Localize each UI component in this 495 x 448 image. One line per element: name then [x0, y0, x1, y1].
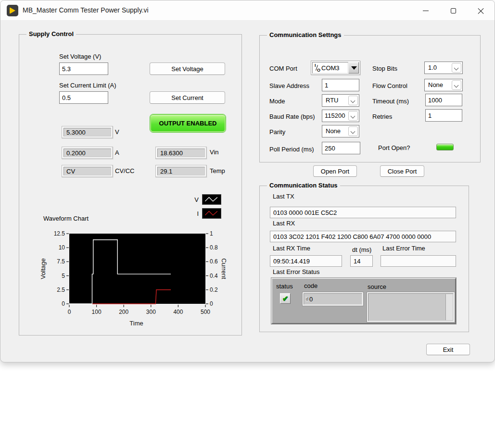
- maximize-button[interactable]: [442, 1, 464, 20]
- baud-rate-dropdown[interactable]: 115200: [322, 110, 359, 122]
- error-code-field[interactable]: d 0: [302, 292, 364, 306]
- mode-label: Mode: [269, 98, 285, 105]
- legend-current-swatch[interactable]: [202, 208, 221, 219]
- error-code-label: code: [304, 282, 317, 289]
- cv-cc-mode-indicator: CV: [62, 165, 113, 177]
- poll-period-label: Poll Period (ms): [269, 146, 314, 153]
- parity-dropdown[interactable]: None: [322, 125, 359, 137]
- error-source-field[interactable]: [367, 292, 455, 323]
- svg-text:Current: Current: [220, 258, 228, 279]
- legend-item-current[interactable]: I: [192, 208, 221, 219]
- green-check-icon: ✔: [282, 294, 289, 303]
- legend-voltage-swatch[interactable]: [202, 194, 221, 205]
- last-rx-label: Last RX: [273, 220, 295, 227]
- svg-text:7.5: 7.5: [57, 258, 65, 265]
- svg-text:300: 300: [146, 309, 156, 315]
- svg-text:200: 200: [119, 309, 128, 315]
- legend-current-label: I: [192, 210, 199, 217]
- temp-indicator: 29.1: [155, 165, 207, 177]
- labview-app-icon: [7, 5, 18, 16]
- port-open-label: Port Open?: [378, 144, 410, 151]
- source-scrollbar[interactable]: [445, 294, 453, 320]
- close-button[interactable]: [470, 1, 492, 20]
- error-status-checkbox[interactable]: ✔: [280, 293, 291, 304]
- exit-button[interactable]: Exit: [426, 344, 470, 355]
- set-voltage-input[interactable]: [59, 62, 108, 75]
- last-error-time-label: Last Error Time: [382, 245, 425, 252]
- chevron-down-icon: [454, 66, 459, 71]
- svg-text:0.4: 0.4: [210, 273, 218, 279]
- svg-text:5: 5: [62, 273, 65, 279]
- svg-text:10: 10: [59, 244, 65, 251]
- slave-address-input[interactable]: [322, 79, 359, 91]
- dropdown-arrow-icon: [351, 66, 357, 70]
- svg-text:2.5: 2.5: [57, 286, 65, 293]
- minimize-button[interactable]: [415, 1, 437, 20]
- set-current-button[interactable]: Set Current: [150, 91, 225, 104]
- communication-status-title: Communication Status: [267, 182, 340, 189]
- set-current-limit-input[interactable]: [59, 91, 108, 104]
- vin-indicator: 18.6300: [155, 147, 207, 159]
- minimize-icon: [423, 11, 429, 11]
- app-window: MB_Master Comm Tester Power Supply.vi Su…: [0, 0, 495, 362]
- last-error-status-label: Last Error Status: [273, 268, 320, 275]
- last-rx-indicator: 0103 3C02 1201 F402 1200 C800 6A07 4700 …: [270, 231, 456, 242]
- error-status-status-label: status: [276, 283, 293, 290]
- window-title: MB_Master Comm Tester Power Supply.vi: [23, 6, 149, 14]
- retries-label: Retries: [372, 113, 392, 120]
- stop-bits-dropdown[interactable]: 1.0: [424, 62, 463, 74]
- open-port-button[interactable]: Open Port: [313, 165, 357, 177]
- error-code-value: 0: [309, 296, 313, 303]
- title-bar[interactable]: MB_Master Comm Tester Power Supply.vi: [0, 0, 495, 21]
- flow-control-label: Flow Control: [372, 82, 407, 89]
- last-error-time-indicator: [381, 255, 456, 267]
- legend-voltage-label: V: [192, 196, 199, 203]
- com-port-dropdown-button[interactable]: [348, 62, 359, 74]
- temp-label: Temp: [210, 167, 225, 174]
- svg-text:12.5: 12.5: [54, 230, 65, 237]
- svg-text:0.8: 0.8: [210, 244, 218, 251]
- set-voltage-button[interactable]: Set Voltage: [150, 62, 225, 75]
- error-status-cluster: status ✔ code d 0 source: [271, 278, 456, 324]
- svg-text:400: 400: [173, 309, 183, 315]
- svg-text:0.6: 0.6: [210, 258, 218, 265]
- svg-text:0: 0: [62, 300, 65, 307]
- measured-current-unit: A: [115, 149, 119, 156]
- radix-indicator: d: [305, 297, 309, 301]
- legend-item-voltage[interactable]: V: [192, 194, 221, 205]
- port-open-led: [436, 144, 454, 150]
- com-port-value: COM3: [321, 64, 340, 72]
- poll-period-input[interactable]: [322, 142, 360, 154]
- cv-cc-mode-label: CV/CC: [115, 167, 134, 174]
- last-tx-label: Last TX: [273, 193, 294, 200]
- stop-bits-label: Stop Bits: [372, 65, 397, 72]
- svg-text:1: 1: [210, 230, 213, 237]
- svg-text:0: 0: [210, 300, 213, 307]
- svg-text:0.2: 0.2: [210, 286, 218, 293]
- svg-text:Time: Time: [129, 320, 143, 327]
- com-port-label: COM Port: [269, 65, 297, 72]
- chevron-down-icon: [351, 129, 355, 134]
- retries-input[interactable]: [425, 109, 462, 122]
- chevron-down-icon: [351, 114, 355, 119]
- dt-label: dt (ms): [352, 246, 371, 253]
- chevron-down-icon: [454, 83, 459, 88]
- flow-control-dropdown[interactable]: None: [424, 79, 463, 91]
- maximize-icon: [451, 8, 456, 13]
- measured-voltage-indicator: 5.3000: [62, 126, 113, 138]
- close-port-button[interactable]: Close Port: [380, 165, 424, 177]
- svg-text:100: 100: [92, 309, 102, 315]
- set-voltage-label: Set Voltage (V): [59, 53, 101, 60]
- measured-current-indicator: 0.2000: [62, 147, 113, 159]
- mode-dropdown[interactable]: RTU: [322, 94, 359, 107]
- chevron-down-icon: [351, 99, 355, 103]
- timeout-label: Timeout (ms): [372, 98, 409, 105]
- com-port-selector[interactable]: I O COM3: [311, 61, 360, 75]
- svg-text:0: 0: [68, 309, 71, 315]
- timeout-input[interactable]: [425, 94, 462, 106]
- play-arrow-icon: [10, 7, 15, 14]
- supply-control-title: Supply Control: [26, 30, 76, 37]
- output-enabled-button[interactable]: OUTPUT ENABLED: [150, 114, 226, 132]
- measured-voltage-unit: V: [115, 128, 119, 136]
- last-tx-indicator: 0103 0000 001E C5C2: [270, 207, 456, 218]
